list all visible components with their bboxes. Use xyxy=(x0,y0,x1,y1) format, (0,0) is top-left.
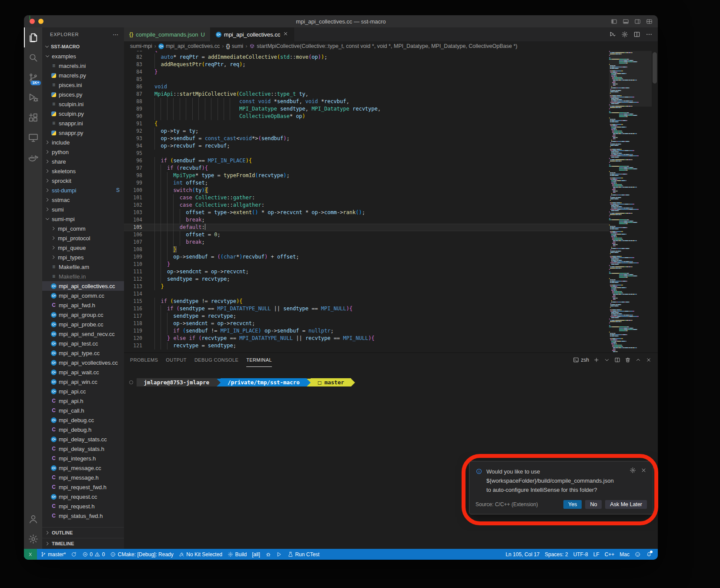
panel-action-split[interactable] xyxy=(614,357,620,363)
code-line[interactable]: 118 op->sendcnt = op->recvcnt; xyxy=(124,320,609,327)
tree-folder-python[interactable]: python xyxy=(42,147,124,157)
status-item-indentation[interactable]: Spaces: 2 xyxy=(542,549,570,560)
panel-action-chevron-down[interactable] xyxy=(604,357,610,363)
status-item-kit[interactable]: No Kit Selected xyxy=(176,549,225,560)
status-remote-indicator[interactable] xyxy=(24,549,37,560)
minimap[interactable] xyxy=(609,51,652,353)
scrollbar-thumb[interactable] xyxy=(653,52,657,84)
tree-file-mpi-api-probe-cc[interactable]: C+mpi_api_probe.cc xyxy=(42,319,124,329)
activity-item-manage[interactable] xyxy=(24,529,42,549)
editor-action-split[interactable] xyxy=(633,31,640,38)
panel-action-chevron-up[interactable] xyxy=(635,357,641,363)
status-item-eol[interactable]: LF xyxy=(591,549,602,560)
tree-file-mpi-api-type-cc[interactable]: C+mpi_api_type.cc xyxy=(42,348,124,358)
terminal-view[interactable]: jmlapre@8753-jmlapre /private/tmp/sst-ma… xyxy=(124,367,658,549)
code-line[interactable]: 119 if (sendbuf != MPI_IN_PLACE) op->sen… xyxy=(124,327,609,335)
tree-file-mpi-api-h[interactable]: Cmpi_api.h xyxy=(42,396,124,406)
code-line[interactable]: 93 op->sendbuf = const_cast<void*>(sendb… xyxy=(124,135,609,142)
tree-folder-sumi-mpi[interactable]: sumi-mpi xyxy=(42,214,124,224)
tree-file-snappr-ini[interactable]: ≡snappr.ini xyxy=(42,118,124,128)
panel-tab-debug-console[interactable]: DEBUG CONSOLE xyxy=(194,353,238,367)
status-item-language-mode[interactable]: C++ xyxy=(602,549,617,560)
tree-folder-sstmac[interactable]: sstmac xyxy=(42,195,124,205)
panel-action-close[interactable] xyxy=(646,357,652,363)
status-item-cursor-position[interactable]: Ln 105, Col 17 xyxy=(503,549,542,560)
tree-file-macrels-py[interactable]: macrels.py xyxy=(42,71,124,80)
tree-file-mpi-api-comm-cc[interactable]: C+mpi_api_comm.cc xyxy=(42,291,124,300)
panel-tab-terminal[interactable]: TERMINAL xyxy=(246,353,272,367)
tree-file-mpi-api-cc[interactable]: C+mpi_api.cc xyxy=(42,386,124,396)
tree-file-mpi-api-collectives-cc[interactable]: C+mpi_api_collectives.cc xyxy=(42,281,124,291)
code-line[interactable]: 105 default: xyxy=(124,224,609,231)
status-item-os[interactable]: Mac xyxy=(617,549,632,560)
minimap-slider[interactable] xyxy=(609,51,652,107)
code-line[interactable]: 117 sendtype = recvtype; xyxy=(124,312,609,320)
tree-file-mpi-message-cc[interactable]: C+mpi_message.cc xyxy=(42,463,124,473)
code-editor[interactable]: 81{82 auto* reqPtr = addImmediateCollect… xyxy=(124,51,658,353)
tree-folder-mpi-types[interactable]: mpi_types xyxy=(42,252,124,262)
tree-file-mpi-call-h[interactable]: Cmpi_call.h xyxy=(42,406,124,415)
tree-file-mpi-api-fwd-h[interactable]: Cmpi_api_fwd.h xyxy=(42,300,124,310)
terminal-shell-picker[interactable]: zsh xyxy=(573,357,589,363)
activity-item-source-control[interactable]: 1K+ xyxy=(24,67,42,87)
tree-file-mpi-integers-h[interactable]: Cmpi_integers.h xyxy=(42,454,124,463)
status-item-build[interactable]: Build xyxy=(225,549,249,560)
tree-file-mpi-delay-stats-cc[interactable]: C+mpi_delay_stats.cc xyxy=(42,434,124,444)
code-line[interactable]: 94 op->recvbuf = recvbuf; xyxy=(124,142,609,150)
titlebar-layout-left-button[interactable] xyxy=(611,18,617,25)
code-line[interactable]: 109 op->sendbuf = ((char*)recvbuf) + off… xyxy=(124,253,609,261)
tree-file-mpi-message-h[interactable]: Cmpi_message.h xyxy=(42,473,124,482)
tree-folder-sprockit[interactable]: sprockit xyxy=(42,176,124,185)
panel-tab-output[interactable]: OUTPUT xyxy=(166,353,187,367)
status-item-feedback[interactable] xyxy=(632,549,643,560)
titlebar-layout-grid-button[interactable] xyxy=(646,18,653,25)
tree-file-mpi-api-group-cc[interactable]: C+mpi_api_group.cc xyxy=(42,310,124,319)
tree-file-mpi-api-wait-cc[interactable]: C+mpi_api_wait.cc xyxy=(42,367,124,377)
code-line[interactable]: 100 switch(ty){ xyxy=(124,187,609,194)
sidebar-section-timeline[interactable]: TIMELINE xyxy=(42,538,124,549)
code-line[interactable]: 86void xyxy=(124,83,609,91)
tree-folder-mpi-queue[interactable]: mpi_queue xyxy=(42,243,124,252)
titlebar-layout-right-button[interactable] xyxy=(634,18,641,25)
tree-folder-sst-dumpi[interactable]: sst-dumpiS xyxy=(42,185,124,195)
panel-action-add[interactable] xyxy=(593,357,599,363)
code-line[interactable]: 87MpiApi::startMpiCollective(Collective:… xyxy=(124,91,609,98)
status-item-launch-target[interactable] xyxy=(274,549,285,560)
minimize-window-button[interactable] xyxy=(38,19,44,24)
sidebar-section-outline[interactable]: OUTLINE xyxy=(42,527,124,538)
code-line[interactable]: 95 xyxy=(124,150,609,157)
tree-file-makefile-am[interactable]: ≡Makefile.am xyxy=(42,262,124,272)
notification-settings-gear-icon[interactable] xyxy=(630,467,636,494)
editor-action-gear[interactable] xyxy=(621,31,628,38)
code-line[interactable]: 83 addRequestPtr(reqPtr, req); xyxy=(124,61,609,68)
tree-folder-examples[interactable]: examples xyxy=(42,51,124,61)
tab-compile-commands-json[interactable]: {}compile_commands.jsonU xyxy=(124,27,211,41)
tab-close-icon[interactable] xyxy=(283,31,288,38)
tree-file-mpi-status-fwd-h[interactable]: Cmpi_status_fwd.h xyxy=(42,511,124,521)
tree-file-mpi-request-fwd-h[interactable]: Cmpi_request_fwd.h xyxy=(42,482,124,492)
titlebar-layout-panel-button[interactable] xyxy=(623,18,629,25)
tab-mpi-api-collectives-cc[interactable]: C+mpi_api_collectives.cc xyxy=(211,27,294,41)
tree-file-mpi-api-win-cc[interactable]: C+mpi_api_win.cc xyxy=(42,377,124,386)
code-line[interactable]: 99 int offset; xyxy=(124,179,609,187)
tree-file-mpi-request-h[interactable]: Cmpi_request.h xyxy=(42,501,124,511)
tree-folder-sumi[interactable]: sumi xyxy=(42,205,124,214)
code-line[interactable]: 112 sendtype = recvtype; xyxy=(124,276,609,283)
tree-file-macrels-ini[interactable]: ≡macrels.ini xyxy=(42,61,124,71)
code-line[interactable]: 113 } xyxy=(124,283,609,290)
notification-button-yes[interactable]: Yes xyxy=(563,500,582,509)
tree-file-mpi-api-send-recv-cc[interactable]: C+mpi_api_send_recv.cc xyxy=(42,329,124,339)
code-line[interactable]: 110 } xyxy=(124,261,609,268)
code-line[interactable]: 108 } xyxy=(124,246,609,253)
code-line[interactable]: 88 const void *sendbuf, void *recvbuf, xyxy=(124,98,609,105)
activity-item-remote-explorer[interactable] xyxy=(24,128,42,148)
tree-folder-share[interactable]: share xyxy=(42,157,124,166)
code-line[interactable]: 92 op->ty = ty; xyxy=(124,128,609,135)
title-bar[interactable]: mpi_api_collectives.cc — sst-macro xyxy=(24,15,658,27)
tree-file-sculpin-py[interactable]: sculpin.py xyxy=(42,109,124,118)
editor-scrollbar[interactable] xyxy=(652,51,658,353)
code-line[interactable]: 98 MpiType* type = typeFromId(recvtype); xyxy=(124,172,609,179)
close-window-button[interactable] xyxy=(30,19,35,24)
status-item-sync[interactable] xyxy=(68,549,80,560)
status-item-encoding[interactable]: UTF-8 xyxy=(571,549,591,560)
